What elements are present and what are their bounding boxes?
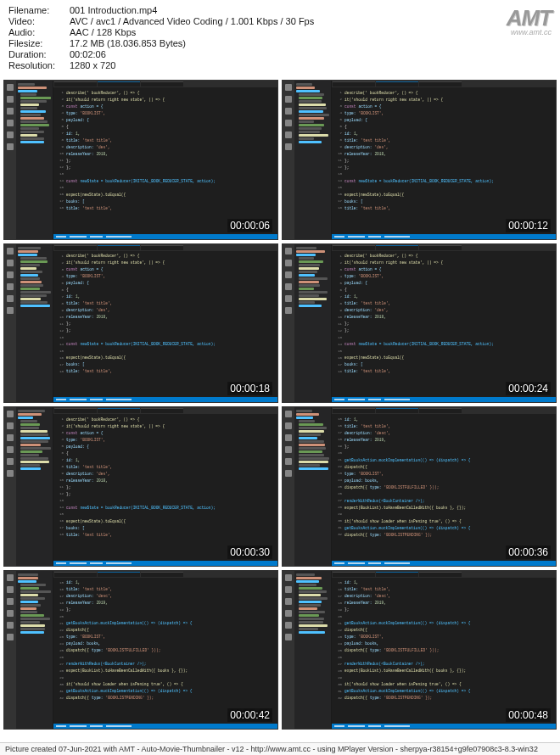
code-line: 24 payload: books, xyxy=(335,640,552,647)
meta-value: 001 Introduction.mp4 xyxy=(70,5,552,15)
line-number: 5 xyxy=(335,282,342,285)
activity-icon xyxy=(7,120,14,126)
code-line: 9 description: 'des', xyxy=(57,470,274,477)
code-token: const xyxy=(66,431,78,435)
code-token: getBooksAction.mockImplementation(() => … xyxy=(66,621,193,625)
line-number: 18 xyxy=(335,601,342,605)
line-number: 7 xyxy=(335,131,342,135)
explorer-item xyxy=(299,447,326,450)
meta-filename: Filename: 001 Introduction.mp4 xyxy=(8,5,552,15)
line-number: 2 xyxy=(57,98,64,101)
code-token: expect(BookList).toHaveBeenCalledWith({ … xyxy=(344,668,466,673)
thumbnail-timestamp: 00:00:24 xyxy=(506,382,551,395)
code-token: 'test title', xyxy=(82,138,112,143)
code-token: 2018, xyxy=(96,478,108,483)
editor-sidebar xyxy=(283,81,332,239)
explorer-item xyxy=(296,87,315,89)
code-token: title: xyxy=(66,206,80,210)
status-item xyxy=(348,562,365,564)
line-number: 7 xyxy=(57,458,64,461)
code-token: }; xyxy=(66,322,70,326)
code-token: 'test title', xyxy=(361,424,390,428)
line-number: 13 xyxy=(57,499,64,502)
explorer-item xyxy=(296,254,316,256)
code-line: 25 dispatch({ type: 'BOOKLISTFULFILLED' … xyxy=(57,647,274,654)
status-item xyxy=(70,725,87,727)
code-token: 'BOOKLISTFULFILLED' })); xyxy=(384,485,440,489)
code-line: 11 }; xyxy=(57,157,274,164)
code-token: 'des', xyxy=(374,145,388,149)
explorer-item xyxy=(20,291,51,294)
code-token: describe(' bookReducer', () => { xyxy=(66,91,139,95)
status-item xyxy=(106,399,132,400)
activity-icon xyxy=(7,96,14,103)
code-token: type: xyxy=(344,274,356,278)
code-line: 8 title: 'test title', xyxy=(335,137,552,143)
code-token: dispatch({ xyxy=(344,533,367,537)
explorer-item xyxy=(20,120,48,123)
code-token: action = { xyxy=(81,104,104,109)
status-item xyxy=(90,236,103,238)
code-token: { xyxy=(66,451,69,456)
code-line: 8 title: 'test title', xyxy=(57,300,274,307)
line-number: 28 xyxy=(335,669,342,673)
explorer-item xyxy=(20,604,41,607)
code-line: 16 expect(newState).toEqual({ xyxy=(57,191,274,198)
explorer-item xyxy=(299,611,325,613)
code-token: { xyxy=(66,125,69,129)
video-thumbnail: 15 id: 1,16 title: 'test title',17 descr… xyxy=(282,406,557,567)
file-explorer xyxy=(16,407,53,566)
code-token: expect(newState).toEqual({ xyxy=(66,355,126,360)
line-number: 26 xyxy=(57,656,64,659)
activity-icon xyxy=(7,598,14,605)
file-explorer xyxy=(294,407,331,566)
line-number: 11 xyxy=(57,485,64,489)
explorer-item xyxy=(299,117,324,120)
video-thumbnail: 15 id: 1,16 title: 'test title',17 descr… xyxy=(3,570,278,730)
code-line: 19 }; xyxy=(57,607,274,613)
explorer-item xyxy=(20,618,50,620)
code-token: books: [ xyxy=(66,526,85,530)
code-token: }; xyxy=(344,328,349,333)
code-token: books: [ xyxy=(66,362,85,366)
line-number: 18 xyxy=(57,206,64,210)
explorer-item xyxy=(18,87,47,89)
file-explorer xyxy=(294,81,331,239)
line-number: 32 xyxy=(335,533,342,536)
editor-tab xyxy=(54,245,97,250)
line-number: 30 xyxy=(335,519,342,523)
code-token: type: xyxy=(66,438,78,442)
explorer-item xyxy=(299,134,328,137)
code-line: 10 releaseYear: 2018, xyxy=(57,314,274,321)
code-line: 6 { xyxy=(57,123,274,130)
explorer-item xyxy=(299,107,327,109)
line-number: 28 xyxy=(335,506,342,509)
logo-url: www.amt.cc xyxy=(507,28,552,36)
file-explorer xyxy=(16,81,53,239)
code-token: type: xyxy=(370,533,382,537)
code-token: getBooksAction.mockImplementation(() => … xyxy=(344,526,471,530)
explorer-item xyxy=(299,631,325,634)
explorer-item xyxy=(20,124,49,126)
activity-icon xyxy=(285,422,292,429)
code-token: const xyxy=(344,104,356,109)
code-line: 7 id: 1, xyxy=(335,294,552,300)
code-token: action = { xyxy=(359,104,382,109)
status-item xyxy=(70,236,87,238)
line-number: 7 xyxy=(57,131,64,135)
status-bar xyxy=(53,724,277,729)
status-item xyxy=(348,236,365,238)
code-token: description: xyxy=(66,145,93,149)
code-token: releaseYear: xyxy=(66,152,93,156)
line-number: 16 xyxy=(57,356,64,360)
status-bar xyxy=(332,397,556,402)
line-number: 14 xyxy=(57,179,64,182)
code-line: 27 renderWithRedux(<BookContainer />); xyxy=(57,661,274,668)
explorer-item xyxy=(20,461,49,463)
explorer-item xyxy=(299,298,327,300)
code-line: 24 payload: books, xyxy=(57,640,274,647)
line-number: 6 xyxy=(335,288,342,292)
line-number: 12 xyxy=(335,165,342,169)
explorer-item xyxy=(299,420,315,422)
code-token: books: [ xyxy=(344,199,363,204)
